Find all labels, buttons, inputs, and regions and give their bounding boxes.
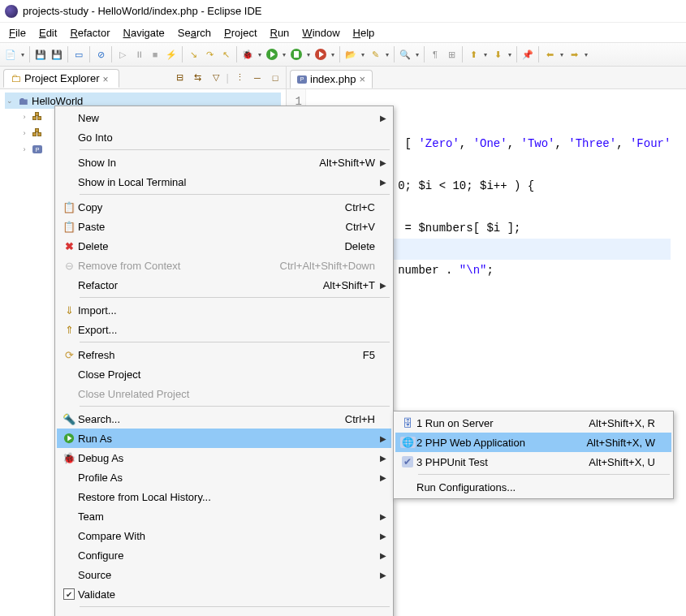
menu-help[interactable]: Help [347,25,381,41]
forward-icon[interactable]: ➡ [567,47,581,62]
submenu-item-1-run-on-server[interactable]: 🗄1 Run on ServerAlt+Shift+X, R [395,413,671,433]
step-into-icon[interactable]: ↘ [186,47,201,62]
menu-item-close-project[interactable]: Close Project [57,364,391,384]
menu-window[interactable]: Window [296,25,345,41]
toggle-breadcrumb-icon[interactable]: ▭ [71,47,86,62]
next-annotation-icon[interactable]: ⬇ [490,47,505,62]
menu-item-show-in[interactable]: Show InAlt+Shift+W▶ [57,153,391,172]
menu-separator [80,342,390,342]
suspend-icon[interactable]: ⏸ [132,47,146,62]
context-submenu-run-as[interactable]: 🗄1 Run on ServerAlt+Shift+X, R🌐2 PHP Web… [393,411,674,499]
dropdown-icon[interactable]: ▾ [559,51,565,58]
new-package-icon[interactable]: ✎ [368,47,382,62]
profile-dropdown-icon[interactable]: ▾ [330,51,336,58]
project-explorer-tab[interactable]: 🗀 Project Explorer × [3,69,119,88]
separator [89,46,90,62]
expand-icon[interactable]: › [19,145,29,153]
menu-run[interactable]: Run [265,25,296,41]
maximize-icon[interactable]: □ [268,71,283,85]
separator [424,46,425,62]
menu-item-search[interactable]: 🔦Search...Ctrl+H [57,409,391,429]
close-icon[interactable]: × [102,74,112,84]
prev-annotation-icon[interactable]: ⬆ [466,47,481,62]
menu-item-new[interactable]: New▶ [57,108,391,127]
menu-item-validate[interactable]: ✔Validate [57,584,391,604]
menu-item-debug-as[interactable]: 🐞Debug As▶ [57,448,391,467]
back-icon[interactable]: ⬅ [542,47,557,62]
phpweb-icon: 🌐 [399,437,416,448]
skip-bp-icon[interactable]: ⊘ [93,47,108,62]
expand-icon[interactable]: ⌄ [5,97,15,105]
menu-search[interactable]: Search [172,25,217,41]
collapse-all-icon[interactable]: ⊟ [173,71,188,85]
debug-icon[interactable]: 🐞 [240,47,255,62]
block-select-icon[interactable]: ⊞ [444,47,459,62]
menu-item-delete[interactable]: ✖DeleteDelete [57,236,391,256]
save-icon[interactable]: 💾 [33,47,48,62]
dropdown-icon[interactable]: ▾ [583,51,589,58]
profile-icon[interactable] [313,47,328,62]
menu-navigate[interactable]: Navigate [118,25,170,41]
separator [394,46,395,62]
dropdown-icon[interactable]: ▾ [384,51,390,58]
menu-item-go-into[interactable]: Go Into [57,127,391,147]
menu-item-paste[interactable]: 📋PasteCtrl+V [57,217,391,236]
terminate-icon[interactable]: ■ [148,47,162,62]
expand-icon[interactable]: › [19,113,29,121]
menu-item-restore-from-local-history[interactable]: Restore from Local History... [57,487,391,506]
expand-icon[interactable]: › [19,129,29,137]
menu-item-copy[interactable]: 📋CopyCtrl+C [57,197,391,217]
dropdown-icon[interactable]: ▾ [482,51,489,58]
search-icon[interactable]: 🔍 [398,47,412,62]
menu-edit[interactable]: Edit [33,25,63,41]
menu-item-configure[interactable]: Configure▶ [57,545,391,565]
menu-item-refresh[interactable]: ⟳RefreshF5 [57,345,391,364]
menu-refactor[interactable]: Refactor [64,25,115,41]
step-return-icon[interactable]: ↖ [218,47,233,62]
step-over-icon[interactable]: ↷ [202,47,217,62]
resume-icon[interactable]: ▷ [115,47,130,62]
menu-accelerator: Alt+Shift+X, U [589,456,655,468]
submenu-item-3-phpunit-test[interactable]: ✔3 PHPUnit TestAlt+Shift+X, U [395,452,671,472]
menu-label: Properties [78,614,331,617]
menu-separator [80,406,390,407]
menu-item-refactor[interactable]: RefactorAlt+Shift+T▶ [57,275,391,295]
menu-file[interactable]: File [3,25,32,41]
coverage-icon[interactable] [289,47,304,62]
run-icon[interactable] [265,47,279,62]
new-class-icon[interactable]: 📂 [343,47,358,62]
menu-item-export[interactable]: ⇑Export... [57,320,391,339]
toggle-mark-icon[interactable]: ¶ [428,47,442,62]
run-dropdown-icon[interactable]: ▾ [281,51,287,58]
dropdown-icon[interactable]: ▾ [414,51,421,58]
submenu-item-run-configurations[interactable]: Run Configurations... [395,477,671,497]
menu-accelerator: Delete [344,240,375,252]
close-icon[interactable]: × [359,73,365,85]
menu-item-run-as[interactable]: Run As▶ [57,429,391,448]
dropdown-icon[interactable]: ▾ [360,51,366,58]
menu-project[interactable]: Project [218,25,262,41]
dropdown-icon[interactable]: ▾ [507,51,513,58]
menu-item-show-in-local-terminal[interactable]: Show in Local Terminal▶ [57,172,391,192]
coverage-dropdown-icon[interactable]: ▾ [305,51,312,58]
save-all-icon[interactable]: 💾 [50,47,64,62]
filter-icon[interactable]: ▽ [209,71,223,85]
minimize-icon[interactable]: ─ [250,71,265,85]
new-icon[interactable]: 📄 [3,47,18,62]
editor-tab-index-php[interactable]: P index.php × [290,70,373,88]
link-editor-icon[interactable]: ⇆ [191,71,205,85]
menu-item-import[interactable]: ⇓Import... [57,300,391,320]
new-dropdown-icon[interactable]: ▾ [19,51,26,58]
menu-item-profile-as[interactable]: Profile As▶ [57,467,391,487]
submenu-item-2-php-web-application[interactable]: 🌐2 PHP Web ApplicationAlt+Shift+X, W [395,433,671,452]
pin-icon[interactable]: 📌 [520,47,535,62]
menu-item-team[interactable]: Team▶ [57,506,391,526]
view-menu-icon[interactable]: ⋮ [232,71,247,85]
menu-item-source[interactable]: Source▶ [57,565,391,584]
disconnect-icon[interactable]: ⚡ [164,47,179,62]
menu-item-compare-with[interactable]: Compare With▶ [57,526,391,545]
separator [462,46,463,62]
context-menu[interactable]: New▶Go IntoShow InAlt+Shift+W▶Show in Lo… [54,106,394,616]
debug-dropdown-icon[interactable]: ▾ [257,51,263,58]
menu-item-properties[interactable]: PropertiesAlt+Enter [57,610,391,616]
